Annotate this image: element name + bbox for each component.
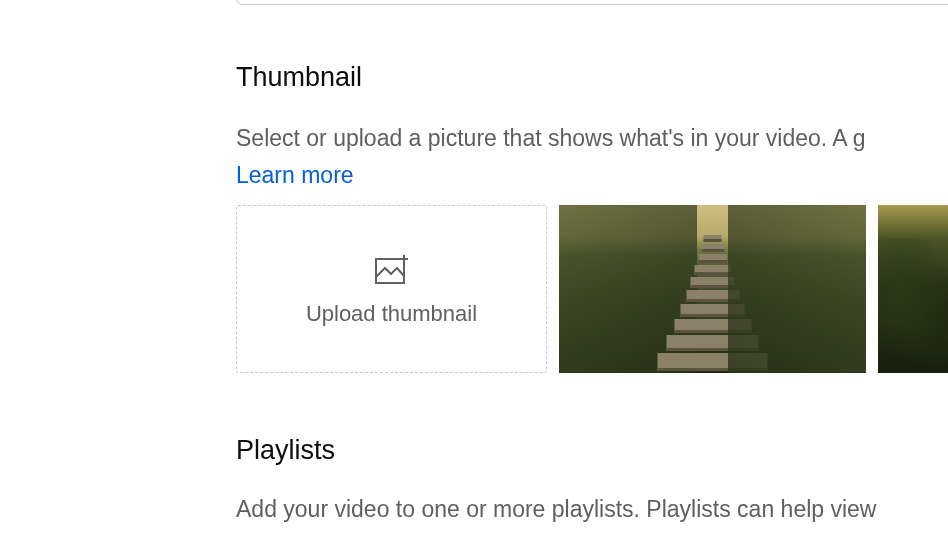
title-input-box[interactable] — [236, 0, 948, 5]
add-image-icon — [374, 251, 410, 287]
stairs-graphic — [559, 235, 866, 373]
learn-more-link[interactable]: Learn more — [236, 162, 354, 189]
thumbnail-row: Upload thumbnail — [236, 205, 948, 373]
upload-thumbnail-label: Upload thumbnail — [306, 301, 477, 327]
thumbnail-option-2[interactable] — [878, 205, 948, 373]
playlists-description: Add your video to one or more playlists.… — [236, 492, 948, 527]
thumbnail-section-title: Thumbnail — [236, 62, 948, 93]
upload-thumbnail-box[interactable]: Upload thumbnail — [236, 205, 547, 373]
thumbnail-option-1[interactable] — [559, 205, 866, 373]
playlists-section-title: Playlists — [236, 435, 948, 466]
thumbnail-description: Select or upload a picture that shows wh… — [236, 121, 948, 156]
